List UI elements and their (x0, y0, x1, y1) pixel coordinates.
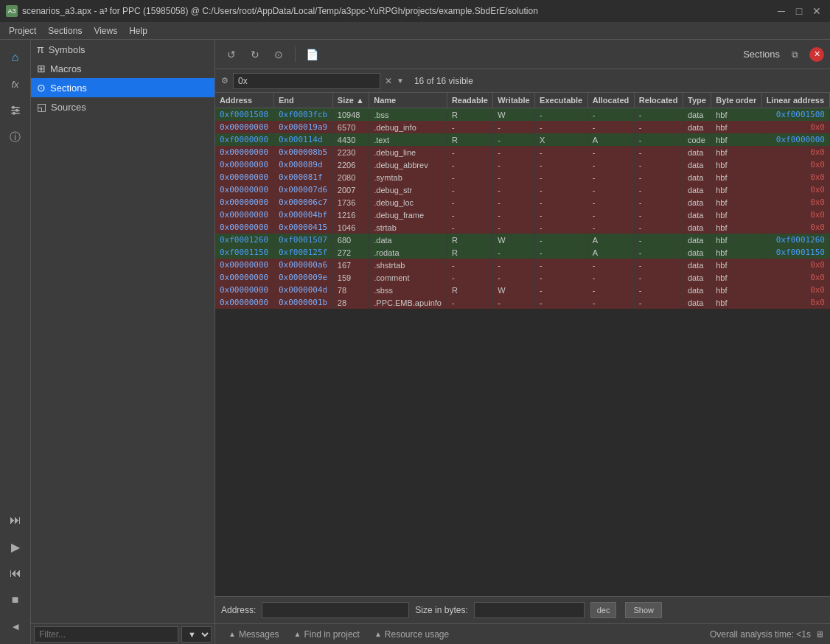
find-tab-icon: ▲ (294, 630, 301, 638)
refresh-button[interactable]: ⊙ (268, 44, 289, 65)
col-size[interactable]: Size ▲ (332, 93, 369, 108)
cell-name: .debug_loc (369, 196, 447, 209)
close-button[interactable]: ✕ (809, 4, 824, 18)
stop-button[interactable]: ■ (4, 588, 27, 612)
redo-button[interactable]: ↻ (245, 44, 265, 65)
table-row[interactable]: 0x00000000 0x000019a9 6570 .debug_info -… (215, 121, 830, 133)
tab-messages[interactable]: ▲ Messages (221, 628, 287, 641)
table-row[interactable]: 0x00000000 0x0000009e 159 .comment - - -… (215, 271, 830, 284)
search-dropdown-button[interactable]: ▼ (397, 77, 404, 85)
table-row[interactable]: 0xf0000000 0x000114d 4430 .text R - X A … (215, 133, 830, 146)
fx-button[interactable]: fx (4, 72, 27, 96)
table-row[interactable]: 0x00000000 0x000004bf 1216 .debug_frame … (215, 209, 830, 221)
info-button[interactable]: ⓘ (4, 125, 27, 149)
play-button[interactable]: ▶ (4, 535, 27, 559)
table-row[interactable]: 0x00000000 0x000081f 2080 .symtab - - - … (215, 171, 830, 183)
cell-address: 0x00000000 (215, 121, 273, 133)
skip-forward-button[interactable]: ⏭ (4, 508, 27, 532)
address-input[interactable] (262, 602, 409, 618)
cell-end: 0x000006c7 (273, 196, 332, 209)
cell-address: 0xf0001260 (215, 234, 273, 246)
cell-size: 2206 (332, 158, 369, 171)
col-linear[interactable]: Linear address (761, 93, 829, 108)
content-area: ↺ ↻ ⊙ 📄 Sections ⧉ ✕ ⚙ ✕ ▼ 16 of 16 visi… (215, 40, 830, 644)
table-row[interactable]: 0x00000000 0x00000415 1046 .strtab - - -… (215, 221, 830, 234)
col-address[interactable]: Address (215, 93, 273, 108)
sidebar-item-symbols[interactable]: π Symbols (31, 40, 215, 59)
table-row[interactable]: 0xf0001260 0xf0001507 680 .data R W - A … (215, 234, 830, 246)
size-input[interactable] (474, 602, 585, 618)
maximize-button[interactable]: □ (792, 4, 806, 18)
tab-resource-usage[interactable]: ▲ Resource usage (367, 628, 456, 641)
col-readable[interactable]: Readable (447, 93, 492, 108)
cell-linear: 0x0 (761, 221, 829, 234)
cell-address: 0x00000000 (215, 259, 273, 271)
filter-dropdown[interactable]: ▼ (181, 626, 212, 643)
sidebar-item-sections[interactable]: ⊙ Sections (31, 78, 215, 97)
dec-button[interactable]: dec (590, 602, 617, 618)
col-type[interactable]: Type (683, 93, 711, 108)
sidebar-item-macros[interactable]: ⊞ Macros (31, 59, 215, 78)
app-icon: A3 (6, 5, 18, 17)
bottom-tabs: ▲ Messages ▲ Find in project ▲ Resource … (215, 623, 830, 644)
menu-project[interactable]: Project (3, 24, 42, 38)
table-row[interactable]: 0x00000000 0x000007d6 2007 .debug_str - … (215, 183, 830, 196)
table-row[interactable]: 0x00000000 0x0000004d 78 .sbss R W - - -… (215, 284, 830, 296)
cell-relocated: - (634, 133, 683, 146)
filter-input[interactable] (34, 626, 178, 643)
menu-views[interactable]: Views (88, 24, 123, 38)
cell-relocated: - (634, 121, 683, 133)
sections-table: Address End Size ▲ Name Readable Writabl… (215, 93, 830, 596)
search-clear-button[interactable]: ✕ (385, 76, 392, 86)
cell-relocated: - (634, 183, 683, 196)
resource-tab-icon: ▲ (374, 630, 382, 638)
cell-byte-order: hbf (711, 146, 762, 158)
table-row[interactable]: 0x00000000 0x000008b5 2230 .debug_line -… (215, 146, 830, 158)
panel-close-button[interactable]: ✕ (809, 47, 824, 62)
panel-toggle-button[interactable]: ⧉ (784, 44, 805, 65)
table-row[interactable]: 0x00000000 0x000006c7 1736 .debug_loc - … (215, 196, 830, 209)
cell-end: 0x00000415 (273, 221, 332, 234)
sidebar-item-sources[interactable]: ◱ Sources (31, 97, 215, 116)
cell-linear: 0xf0001150 (761, 246, 829, 259)
cell-relocated: - (634, 234, 683, 246)
find-tab-label: Find in project (304, 629, 360, 640)
minimize-button[interactable]: ─ (774, 4, 789, 18)
cell-writable: W (493, 234, 535, 246)
cell-relocated: - (634, 246, 683, 259)
col-allocated[interactable]: Allocated (587, 93, 634, 108)
cell-allocated: A (587, 234, 634, 246)
cell-byte-order: hbf (711, 209, 762, 221)
menu-sections[interactable]: Sections (42, 24, 88, 38)
table-row[interactable]: 0x00000000 0x0000001b 28 .PPC.EMB.apuinf… (215, 296, 830, 309)
table-row[interactable]: 0x00000000 0x000000a6 167 .shstrtab - - … (215, 259, 830, 271)
undo-button[interactable]: ↺ (221, 44, 242, 65)
bottom-area: Address: Size in bytes: dec Show ▲ Messa… (215, 596, 830, 644)
table-row[interactable]: 0xf0001508 0xf0003fcb 10948 .bss R W - -… (215, 108, 830, 122)
menu-help[interactable]: Help (123, 24, 153, 38)
table-row[interactable]: 0x00000000 0x000089d 2206 .debug_abbrev … (215, 158, 830, 171)
col-name[interactable]: Name (369, 93, 447, 108)
cell-linear: 0x0 (761, 171, 829, 183)
nav-left-button[interactable]: ◀ (4, 615, 27, 638)
col-byte-order[interactable]: Byte order (711, 93, 762, 108)
export-button[interactable]: 📄 (301, 44, 322, 65)
cell-end: 0x0000009e (273, 271, 332, 284)
search-input[interactable] (233, 73, 380, 89)
col-executable[interactable]: Executable (535, 93, 588, 108)
cell-byte-order: hbf (711, 171, 762, 183)
cell-type: data (683, 171, 711, 183)
status-bar: Overall analysis time: <1s 🖥 (710, 629, 824, 640)
sliders-button[interactable] (4, 99, 27, 122)
col-relocated[interactable]: Relocated (634, 93, 683, 108)
home-button[interactable]: ⌂ (4, 46, 27, 69)
col-writable[interactable]: Writable (493, 93, 535, 108)
show-button[interactable]: Show (625, 602, 662, 618)
cell-allocated: - (587, 121, 634, 133)
col-end[interactable]: End (273, 93, 332, 108)
cell-end: 0x000008b5 (273, 146, 332, 158)
table-row[interactable]: 0xf0001150 0xf000125f 272 .rodata R - - … (215, 246, 830, 259)
tab-find-in-project[interactable]: ▲ Find in project (287, 628, 367, 641)
skip-back-button[interactable]: ⏮ (4, 561, 27, 585)
cell-linear: 0x0 (761, 284, 829, 296)
